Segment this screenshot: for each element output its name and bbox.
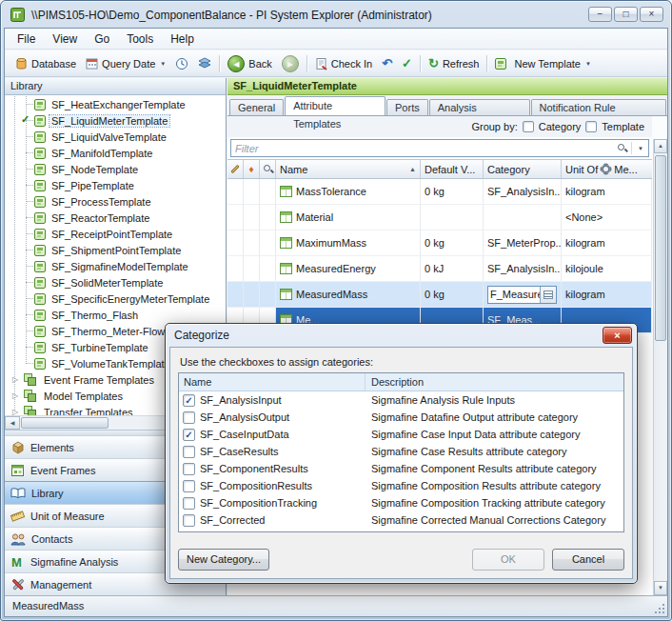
dialog-close-button[interactable]: ×	[603, 327, 632, 344]
menu-view[interactable]: View	[44, 30, 86, 48]
tree-item-shipmentpoint[interactable]: SF_ShipmentPointTemplate	[5, 242, 226, 258]
category-edit-value[interactable]: F_Measured	[488, 289, 540, 300]
sort-ascending-icon: ▲	[409, 166, 416, 172]
expander-icon[interactable]: ▷	[12, 391, 21, 400]
scrollbar-thumb[interactable]	[655, 155, 666, 341]
menu-tools[interactable]: Tools	[118, 30, 162, 48]
diamond-icon: ♦	[248, 165, 253, 174]
checkbox[interactable]	[183, 446, 195, 458]
dialog-titlebar[interactable]: Categorize	[166, 324, 637, 347]
chevron-down-icon[interactable]: ▼	[633, 146, 648, 151]
checkbox[interactable]: ✓	[183, 429, 195, 441]
search-icon[interactable]	[618, 144, 627, 153]
refresh-button[interactable]: ↻ Refresh	[424, 54, 484, 72]
tab-notification-rule-templates[interactable]: Notification Rule Templates	[531, 99, 666, 115]
category-edit-box[interactable]: F_Measured	[487, 286, 557, 304]
column-edit-indicator[interactable]	[227, 160, 244, 178]
menu-go[interactable]: Go	[86, 30, 118, 48]
cancel-button[interactable]: Cancel	[552, 549, 624, 571]
table-row-measuredenergy[interactable]: MeasuredEnergy 0 kJ SF_AnalysisIn... kil…	[227, 256, 652, 282]
column-name[interactable]: Name▲	[276, 160, 421, 178]
category-row-compositionresults[interactable]: SF_CompositionResults Sigmafine Composit…	[179, 477, 623, 494]
model-view-button[interactable]	[193, 54, 216, 72]
column-unit-of-measure[interactable]: Unit OfMe...	[562, 160, 652, 178]
category-row-caseinputdata[interactable]: ✓ SF_CaseInputData Sigmafine Case Input …	[179, 426, 623, 443]
resize-grip[interactable]	[653, 602, 664, 613]
scroll-down-button[interactable]: ▼	[654, 581, 667, 595]
checkbox[interactable]	[183, 480, 195, 492]
tree-item-manifold[interactable]: SF_ManifoldTemplate	[5, 145, 226, 161]
tab-ports[interactable]: Ports	[386, 99, 428, 115]
titlebar[interactable]: \\PIMS105-HO\Demo_ComponentBalance - PI …	[1, 1, 671, 28]
category-row-clipped[interactable]	[179, 529, 623, 532]
tree-item-specificenergymeter[interactable]: SF_SpecificEnergyMeterTemplate	[5, 290, 226, 307]
scroll-up-button[interactable]: ▲	[654, 139, 667, 153]
tree-item-sigmafinemodel[interactable]: SF_SigmafineModelTemplate	[5, 258, 226, 274]
checkbox[interactable]	[183, 497, 195, 510]
checkbox[interactable]	[183, 531, 195, 533]
tab-general[interactable]: General	[229, 99, 284, 115]
category-row-compositiontracking[interactable]: SF_CompositionTracking Sigmafine Composi…	[179, 494, 623, 511]
checkbox[interactable]	[183, 514, 195, 527]
category-row-caseresults[interactable]: SF_CaseResults Sigmafine Case Results at…	[179, 443, 623, 460]
group-by-category-checkbox[interactable]	[523, 121, 534, 132]
checkbox[interactable]: ✓	[183, 394, 195, 407]
new-template-button[interactable]: New Template ▼	[490, 55, 595, 72]
menu-help[interactable]: Help	[162, 30, 203, 48]
ok-button[interactable]: OK	[472, 549, 544, 571]
tree-item-node[interactable]: SF_NodeTemplate	[5, 161, 226, 177]
column-name[interactable]: Name	[179, 373, 366, 391]
accept-button[interactable]: ✓	[397, 54, 417, 72]
group-by-template-checkbox[interactable]	[585, 121, 597, 132]
checkbox[interactable]	[183, 411, 195, 424]
category-row-analysisinput[interactable]: ✓ SF_AnalysisInput Sigmafine Analysis Ru…	[179, 391, 623, 409]
menu-file[interactable]: File	[9, 30, 44, 48]
tree-item-liquidmeter[interactable]: ✓SF_LiquidMeterTemplate	[5, 112, 226, 129]
tree-item-pipe[interactable]: SF_PipeTemplate	[5, 177, 226, 193]
category-row-analysisoutput[interactable]: SF_AnalysisOutput Sigmafine Datafine Out…	[179, 409, 623, 426]
tree-item-process[interactable]: SF_ProcessTemplate	[5, 193, 226, 210]
table-row-material[interactable]: Material <None>	[227, 205, 652, 230]
pi-system-explorer-window: \\PIMS105-HO\Demo_ComponentBalance - PI …	[0, 0, 672, 621]
forward-icon: ▶	[282, 55, 299, 72]
table-row-maximummass[interactable]: MaximumMass 0 kg SF_MeterProp... kilogra…	[227, 230, 652, 256]
category-row-corrected[interactable]: SF_Corrected Sigmafine Corrected Manual …	[179, 511, 623, 529]
tree-item-solidmeter[interactable]: SF_SolidMeterTemplate	[5, 274, 226, 290]
category-row-componentresults[interactable]: SF_ComponentResults Sigmafine Component …	[179, 460, 623, 477]
minimize-button[interactable]: −	[588, 7, 612, 22]
column-category[interactable]: Category	[484, 160, 562, 178]
tab-analysis-templates[interactable]: Analysis Templates	[429, 99, 530, 115]
back-button[interactable]: ◀ Back	[223, 52, 276, 75]
categorize-button[interactable]	[540, 287, 556, 303]
scrollbar-thumb[interactable]	[21, 417, 109, 429]
column-flag[interactable]: ♦	[244, 160, 260, 178]
tree-item-receiptpoint[interactable]: SF_ReceiptPointTemplate	[5, 226, 226, 242]
database-button[interactable]: Database	[10, 54, 81, 73]
check-in-button[interactable]: Check In	[310, 54, 377, 73]
tree-item-heatexchanger[interactable]: SF_HeatExchangerTemplate	[5, 96, 226, 112]
checkbox[interactable]	[183, 463, 195, 475]
tree-item-thermoflash[interactable]: SF_Thermo_Flash	[5, 307, 226, 323]
expander-icon[interactable]: ▷	[12, 375, 21, 384]
table-row-masstolerance[interactable]: MassTolerance 0 kg SF_AnalysisIn... kilo…	[227, 179, 652, 205]
close-button[interactable]: ×	[640, 7, 663, 22]
time-button[interactable]	[170, 54, 193, 73]
column-description[interactable]: Description	[366, 373, 623, 391]
column-search[interactable]	[260, 160, 276, 178]
filter-input[interactable]: Filter ▼	[230, 139, 649, 157]
tab-attribute-templates[interactable]: Attribute Templates	[285, 96, 385, 115]
query-date-button[interactable]: Query Date ▼	[81, 54, 170, 72]
undo-button[interactable]: ↶	[377, 54, 397, 72]
forward-button[interactable]: ▶	[277, 52, 304, 75]
expander-icon[interactable]: ▷	[12, 408, 21, 415]
maximize-button[interactable]: □	[614, 7, 638, 22]
new-category-button[interactable]: New Category...	[178, 549, 269, 571]
column-default-value[interactable]: Default V...	[421, 160, 484, 178]
tree-item-reactor[interactable]: SF_ReactorTemplate	[5, 210, 226, 226]
table-vertical-scrollbar[interactable]: ▲ ▼	[653, 139, 667, 595]
scroll-left-button[interactable]: ◀	[5, 416, 20, 430]
table-row-measuredmass[interactable]: MeasuredMass 0 kg F_Measured kilogram	[227, 282, 652, 308]
new-template-icon	[495, 58, 506, 70]
chevron-down-icon: ▼	[160, 61, 166, 67]
tree-item-liquidvalve[interactable]: SF_LiquidValveTemplate	[5, 129, 226, 145]
